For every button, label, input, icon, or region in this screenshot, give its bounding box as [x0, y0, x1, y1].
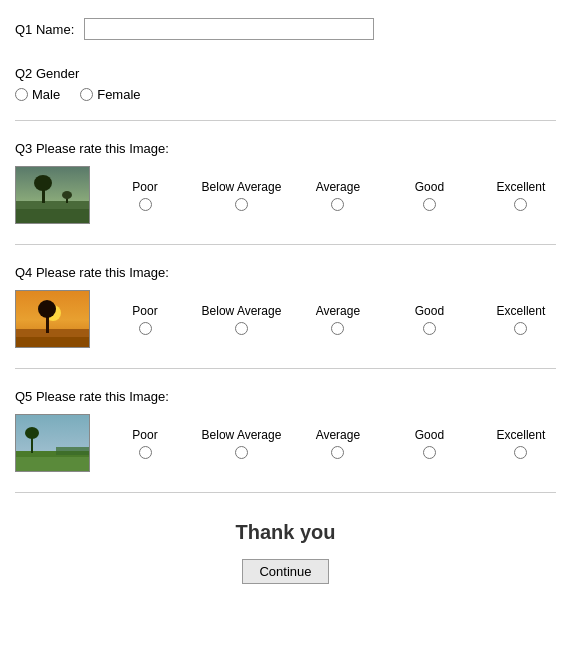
divider-4 [15, 492, 556, 493]
q5-average-radio[interactable] [331, 446, 344, 459]
q5-poor-radio[interactable] [139, 446, 152, 459]
gender-male-label: Male [32, 87, 60, 102]
q4-poor-label: Poor [132, 304, 157, 318]
q2-label: Q2 Gender [15, 66, 556, 81]
q3-poor: Poor [110, 180, 180, 211]
q3-average: Average [303, 180, 373, 211]
q3-excellent: Excellent [486, 180, 556, 211]
form-container: Q1 Name: Q2 Gender Male Female Q3 Please… [0, 0, 571, 609]
gender-options: Male Female [15, 87, 556, 102]
thank-you-section: Thank you Continue [15, 501, 556, 599]
q3-below-avg-radio[interactable] [235, 198, 248, 211]
q4-good: Good [394, 304, 464, 335]
q4-rating-row: Poor Below Average Average Good Excellen… [15, 290, 556, 348]
q5-label: Q5 Please rate this Image: [15, 389, 556, 404]
q5-below-avg: Below Average [202, 428, 282, 459]
q5-good: Good [394, 428, 464, 459]
svg-rect-10 [16, 329, 90, 337]
q4-image-svg [16, 291, 90, 348]
q5-image [15, 414, 90, 472]
q4-below-avg-radio[interactable] [235, 322, 248, 335]
q3-good-radio[interactable] [423, 198, 436, 211]
q4-excellent: Excellent [486, 304, 556, 335]
q4-poor: Poor [110, 304, 180, 335]
q5-excellent-radio[interactable] [514, 446, 527, 459]
q4-below-avg: Below Average [202, 304, 282, 335]
q5-average: Average [303, 428, 373, 459]
q4-poor-radio[interactable] [139, 322, 152, 335]
q3-good: Good [394, 180, 464, 211]
q3-rating-options: Poor Below Average Average Good Excellen… [110, 180, 556, 211]
svg-point-17 [25, 427, 39, 439]
q4-average: Average [303, 304, 373, 335]
q5-excellent-label: Excellent [497, 428, 546, 442]
q3-poor-label: Poor [132, 180, 157, 194]
q5-poor: Poor [110, 428, 180, 459]
q4-rating-options: Poor Below Average Average Good Excellen… [110, 304, 556, 335]
q4-excellent-radio[interactable] [514, 322, 527, 335]
q5-image-svg [16, 415, 90, 472]
svg-rect-2 [16, 201, 90, 209]
q1-label: Q1 Name: [15, 22, 74, 37]
q5-below-avg-label: Below Average [202, 428, 282, 442]
q3-image [15, 166, 90, 224]
q3-rating-row: Poor Below Average Average Good Excellen… [15, 166, 556, 224]
q4-average-radio[interactable] [331, 322, 344, 335]
q3-good-label: Good [415, 180, 444, 194]
q3-poor-radio[interactable] [139, 198, 152, 211]
q4-label: Q4 Please rate this Image: [15, 265, 556, 280]
q1-name-input[interactable] [84, 18, 374, 40]
q3-below-avg-label: Below Average [202, 180, 282, 194]
q3-section: Q3 Please rate this Image: [15, 129, 556, 236]
q3-excellent-label: Excellent [497, 180, 546, 194]
q4-image [15, 290, 90, 348]
q4-average-label: Average [316, 304, 360, 318]
q5-poor-label: Poor [132, 428, 157, 442]
q1-row: Q1 Name: [15, 10, 556, 48]
q2-section: Q2 Gender Male Female [15, 58, 556, 110]
q5-rating-options: Poor Below Average Average Good Excellen… [110, 428, 556, 459]
q3-below-avg: Below Average [202, 180, 282, 211]
svg-point-4 [34, 175, 52, 191]
q4-section: Q4 Please rate this Image: [15, 253, 556, 360]
q3-average-radio[interactable] [331, 198, 344, 211]
svg-point-6 [62, 191, 72, 199]
q4-excellent-label: Excellent [497, 304, 546, 318]
gender-male-radio[interactable] [15, 88, 28, 101]
q3-excellent-radio[interactable] [514, 198, 527, 211]
q5-rating-row: Poor Below Average Average Good Excellen… [15, 414, 556, 472]
continue-button[interactable]: Continue [242, 559, 328, 584]
q4-good-radio[interactable] [423, 322, 436, 335]
q5-section: Q5 Please rate this Image: [15, 377, 556, 484]
q4-below-avg-label: Below Average [202, 304, 282, 318]
gender-male-option: Male [15, 87, 60, 102]
q5-good-radio[interactable] [423, 446, 436, 459]
q3-label: Q3 Please rate this Image: [15, 141, 556, 156]
divider-3 [15, 368, 556, 369]
gender-female-radio[interactable] [80, 88, 93, 101]
thank-you-text: Thank you [15, 521, 556, 544]
q5-average-label: Average [316, 428, 360, 442]
divider-1 [15, 120, 556, 121]
q5-below-avg-radio[interactable] [235, 446, 248, 459]
q4-good-label: Good [415, 304, 444, 318]
gender-female-option: Female [80, 87, 140, 102]
q5-good-label: Good [415, 428, 444, 442]
svg-point-12 [38, 300, 56, 318]
gender-female-label: Female [97, 87, 140, 102]
q5-excellent: Excellent [486, 428, 556, 459]
divider-2 [15, 244, 556, 245]
svg-rect-18 [56, 447, 90, 455]
q3-average-label: Average [316, 180, 360, 194]
q3-image-svg [16, 167, 90, 224]
